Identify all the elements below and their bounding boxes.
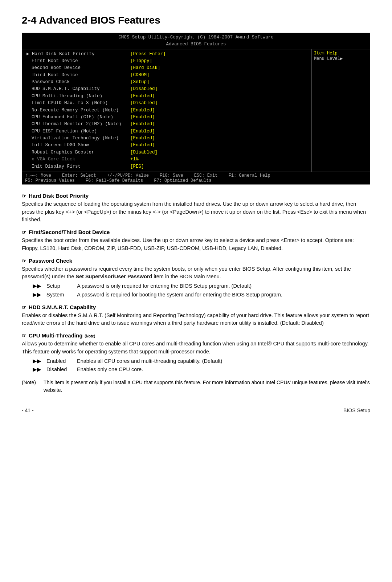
note-label: (Note) <box>22 379 40 394</box>
bios-row-label: Second Boot Device <box>25 65 130 71</box>
section-hdd-smart-capability: HDD S.M.A.R.T. CapabilityEnables or disa… <box>22 304 370 328</box>
footer-label: BIOS Setup <box>343 407 370 413</box>
bios-row-value: [Enabled] <box>130 93 309 100</box>
bullet-arrow: ▶▶ <box>33 357 41 365</box>
bios-row: Second Boot Device[Hard Disk] <box>25 65 309 71</box>
bullet-desc: A password is required for booting the s… <box>77 291 370 299</box>
bios-row-label: Full Screen LOGO Show <box>25 142 130 149</box>
bios-row-label: Init Display First <box>25 163 130 170</box>
section-body: Enables or disables the S.M.A.R.T. (Self… <box>22 312 370 328</box>
section-body: Specifies the boot order from the availa… <box>22 237 370 253</box>
bios-row: Init Display First[PEG] <box>25 163 309 170</box>
bios-row: ▶ Hard Disk Boot Priority[Press Enter] <box>25 51 309 58</box>
bios-row-value: [CDROM] <box>130 72 309 79</box>
bios-footer-row2: F5: Previous ValuesF6: Fail-Safe Default… <box>25 178 367 183</box>
bios-row-label: First Boot Device <box>25 58 130 65</box>
bios-row-label: No-Execute Memory Protect (Note) <box>25 107 130 114</box>
bullet-item: ▶▶DisabledEnables only one CPU core. <box>33 366 370 374</box>
bios-footer: ↑↓→←: MoveEnter: Select+/-/PU/PD: ValueF… <box>22 172 370 184</box>
bios-footer-item: F7: Optimized Defaults <box>154 178 211 183</box>
bullet-arrow: ▶▶ <box>33 366 41 374</box>
section-body-bold: Set Supervisor/User Password <box>75 274 152 279</box>
bios-row: First Boot Device[Floppy] <box>25 58 309 65</box>
bios-header: CMOS Setup Utility-Copyright (C) 1984-20… <box>22 33 370 49</box>
section-title: First/Second/Third Boot Device <box>22 229 370 235</box>
page-footer: - 41 - BIOS Setup <box>22 405 370 413</box>
bios-row: CPU Enhanced Halt (C1E) (Note)[Enabled] <box>25 114 309 121</box>
section-body-text: Specifies the sequence of loading the op… <box>22 200 370 224</box>
bullet-item: ▶▶EnabledEnables all CPU cores and multi… <box>33 357 370 365</box>
bullet-label: Disabled <box>46 366 72 374</box>
section-body-text: Enables or disables the S.M.A.R.T. (Self… <box>22 312 370 328</box>
sections-container: Hard Disk Boot PrioritySpecifies the seq… <box>22 193 370 374</box>
bullet-desc: Enables all CPU cores and multi-threadin… <box>77 357 370 365</box>
bios-row-label: x VGA Core Clock <box>25 156 130 163</box>
bios-row-label: CPU Multi-Threading (Note) <box>25 93 130 100</box>
bios-footer-item: ↑↓→←: Move <box>25 173 51 178</box>
bios-row-value: [Disabled] <box>130 149 309 156</box>
bullet-label: Setup <box>46 282 72 290</box>
bios-footer-item: ESC: Exit <box>194 173 218 178</box>
note-section: (Note) This item is present only if you … <box>22 379 370 394</box>
bullet-item: ▶▶SystemA password is required for booti… <box>33 291 370 299</box>
bios-row-value: [Enabled] <box>130 114 309 121</box>
page-number: - 41 - <box>22 407 34 413</box>
bios-row-label: Limit CPUID Max. to 3 (Note) <box>25 100 130 107</box>
bios-footer-item: +/-/PU/PD: Value <box>107 173 149 178</box>
bullet-desc: Enables only one CPU core. <box>77 366 370 374</box>
bios-row-value: [Enabled] <box>130 135 309 142</box>
bullet-label: System <box>46 291 72 299</box>
bios-footer-item: F1: General Help <box>228 173 270 178</box>
bios-row: No-Execute Memory Protect (Note)[Enabled… <box>25 107 309 114</box>
section-title: HDD S.M.A.R.T. Capability <box>22 304 370 310</box>
section-title: CPU Multi-Threading (Note) <box>22 332 370 339</box>
section-title: Password Check <box>22 258 370 264</box>
bios-row-label: HDD S.M.A.R.T. Capability <box>25 86 130 93</box>
item-help-label: Item Help <box>314 51 368 56</box>
bios-row-value: [Floppy] <box>130 58 309 65</box>
section-body-text: Allows you to determine whether to enabl… <box>22 340 370 356</box>
bios-main: ▶ Hard Disk Boot Priority[Press Enter]Fi… <box>22 49 312 172</box>
bios-row: CPU Thermal Monitor 2(TM2) (Note)[Enable… <box>25 121 309 128</box>
bios-row-value: [Setup] <box>130 79 309 86</box>
bios-row: x VGA Core Clock+1% <box>25 156 309 163</box>
bios-row-label: Third Boot Device <box>25 72 130 79</box>
page-title: 2-4 Advanced BIOS Features <box>22 15 370 26</box>
bios-row: Robust Graphics Booster[Disabled] <box>25 149 309 156</box>
bios-row-label: CPU Enhanced Halt (C1E) (Note) <box>25 114 130 121</box>
bios-row: Full Screen LOGO Show[Enabled] <box>25 142 309 149</box>
bios-header-line2: Advanced BIOS Features <box>22 41 370 48</box>
bullet-arrow: ▶▶ <box>33 291 41 299</box>
bios-sidebar: Item Help Menu Level▶ <box>312 49 370 172</box>
section-cpu-multi-threading: CPU Multi-Threading (Note)Allows you to … <box>22 332 370 374</box>
bullet-arrow: ▶▶ <box>33 282 41 290</box>
bios-footer-item: Enter: Select <box>62 173 96 178</box>
bios-row-label: CPU Thermal Monitor 2(TM2) (Note) <box>25 121 130 128</box>
bios-row-value: [PEG] <box>130 163 309 170</box>
bios-row-value: [Disabled] <box>130 100 309 107</box>
bios-footer-item: F5: Previous Values <box>25 178 75 183</box>
bios-body: ▶ Hard Disk Boot Priority[Press Enter]Fi… <box>22 49 370 172</box>
bios-row-value: [Enabled] <box>130 107 309 114</box>
section-title: Hard Disk Boot Priority <box>22 193 370 199</box>
bios-row: Third Boot Device[CDROM] <box>25 72 309 79</box>
bios-row: Limit CPUID Max. to 3 (Note)[Disabled] <box>25 100 309 107</box>
bios-row-value: [Hard Disk] <box>130 65 309 71</box>
bios-row: Password Check[Setup] <box>25 79 309 86</box>
section-body: Allows you to determine whether to enabl… <box>22 340 370 374</box>
section-body: Specifies whether a password is required… <box>22 265 370 299</box>
bios-row: CPU EIST Function (Note)[Enabled] <box>25 128 309 135</box>
bios-row-value: [Enabled] <box>130 121 309 128</box>
note-text: This item is present only if you install… <box>44 379 370 394</box>
section-hard-disk-boot-priority: Hard Disk Boot PrioritySpecifies the seq… <box>22 193 370 224</box>
bios-row-value: [Enabled] <box>130 142 309 149</box>
bios-row-value: [Disabled] <box>130 86 309 93</box>
bullet-list: ▶▶SetupA password is only required for e… <box>33 282 370 299</box>
bios-header-line1: CMOS Setup Utility-Copyright (C) 1984-20… <box>22 34 370 41</box>
bios-row: Virtualization Technology (Note)[Enabled… <box>25 135 309 142</box>
bullet-desc: A password is only required for entering… <box>77 282 370 290</box>
section-first-second-third-boot-device: First/Second/Third Boot DeviceSpecifies … <box>22 229 370 253</box>
bios-row: CPU Multi-Threading (Note)[Enabled] <box>25 93 309 100</box>
bios-screen: CMOS Setup Utility-Copyright (C) 1984-20… <box>22 33 370 185</box>
bios-row-label: CPU EIST Function (Note) <box>25 128 130 135</box>
